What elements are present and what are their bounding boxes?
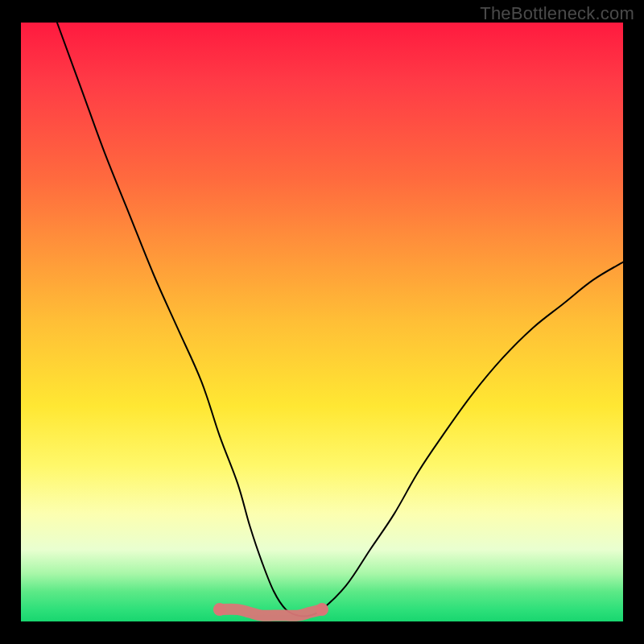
watermark-text: TheBottleneck.com <box>480 3 634 24</box>
highlight-end-dot <box>213 603 226 616</box>
plot-area <box>21 23 623 621</box>
main-curve <box>57 23 623 617</box>
flat-bottom-highlight <box>220 609 322 616</box>
curve-layer <box>21 23 623 621</box>
chart-frame: TheBottleneck.com <box>0 0 644 644</box>
highlight-end-dot <box>316 603 328 616</box>
